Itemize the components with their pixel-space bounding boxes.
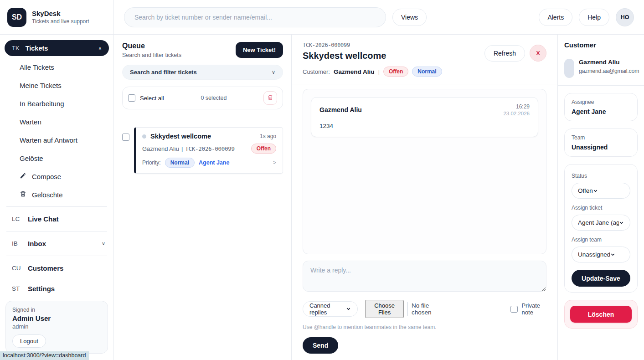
selected-count: 0 selected (164, 95, 263, 101)
customer-name: Gazmend Aliu (334, 68, 375, 75)
pencil-icon (20, 172, 26, 180)
sidebar-item-settings[interactable]: ST Settings (5, 278, 109, 296)
message-body: 1234 (319, 123, 530, 129)
sidebar-item-geloeschte[interactable]: Gelöschte (5, 185, 109, 204)
tickets-icon: TK (12, 45, 20, 51)
assign-ticket-select[interactable]: Agent Jane (ag (572, 215, 630, 231)
divider (6, 206, 107, 207)
signed-in-label: Signed in (12, 307, 101, 313)
ticket-detail-header: TCK-2026-000099 Skkydest wellcome Custom… (292, 35, 557, 84)
chevron-up-icon: ∧ (98, 46, 102, 51)
signed-in-name: Admin User (12, 314, 101, 322)
trash-icon (20, 190, 26, 199)
delete-ticket-button[interactable]: Löschen (570, 306, 632, 323)
team-value: Unassigned (572, 144, 630, 151)
assign-team-select[interactable]: Unassigned (572, 247, 630, 262)
assign-team-label: Assign team (572, 237, 630, 243)
divider (6, 256, 107, 256)
sidebar-item-alle-tickets[interactable]: Alle Tickets (5, 58, 109, 76)
sidebar-item-customers[interactable]: CU Customers (5, 258, 109, 278)
chevron-down-icon (619, 219, 624, 226)
sidebar-item-compose[interactable]: Compose (5, 167, 109, 185)
ticket-detail-panel: TCK-2026-000099 Skkydest wellcome Custom… (292, 35, 557, 360)
ticket-customer: Gazmend Aliu (142, 145, 179, 152)
message-author: Gazmend Aliu (319, 106, 362, 116)
assignee-value: Agent Jane (572, 108, 630, 115)
chevron-down-icon: ∨ (102, 241, 105, 247)
inbox-icon: IB (12, 240, 22, 247)
queue-panel: Queue Search and filter tickets New Tick… (114, 35, 292, 360)
browser-status-tooltip: localhost:3000/?view=dashboard (0, 351, 89, 360)
ticket-list-item[interactable]: Skkydest wellcome 1s ago Gazmend Aliu | … (134, 127, 283, 174)
divider (6, 231, 107, 231)
assignee-label: Assignee (572, 99, 630, 105)
private-note-control: Private note (510, 302, 546, 316)
help-button[interactable]: Help (579, 9, 609, 26)
close-ticket-button[interactable]: X (530, 45, 546, 62)
private-note-label: Private note (522, 302, 546, 316)
ticket-list-item-row: Skkydest wellcome 1s ago Gazmend Aliu | … (122, 127, 283, 174)
logout-button[interactable]: Logout (12, 334, 46, 348)
priority-label: Priority: (142, 159, 161, 166)
customer-label: Customer: (303, 68, 330, 75)
attachment-file-input: Choose Files No file chosen (365, 300, 443, 318)
separator: | (378, 68, 379, 75)
send-button[interactable]: Send (303, 337, 338, 354)
status-label: Status (572, 173, 630, 179)
sidebar-item-live-chat[interactable]: LC Live Chat (5, 209, 109, 229)
sidebar-item-inbox[interactable]: IB Inbox ∨ (5, 233, 109, 254)
refresh-button[interactable]: Refresh (484, 45, 525, 62)
customer-name: Gazmend Aliu (579, 59, 639, 66)
select-all-bar: Select all 0 selected (122, 87, 283, 109)
sidebar-item-geloeste[interactable]: Gelöste (5, 149, 109, 167)
queue-title: Queue (122, 42, 181, 50)
canned-replies-select[interactable]: Canned replies (303, 301, 358, 317)
views-button[interactable]: Views (392, 9, 427, 26)
mention-hint: Use @handle to mention teammates in the … (303, 324, 546, 330)
live-chat-icon: LC (12, 216, 22, 222)
select-all-checkbox[interactable] (128, 94, 135, 102)
message-date: 23.02.2026 (503, 111, 530, 116)
user-avatar[interactable]: HO (616, 8, 634, 26)
new-ticket-button[interactable]: New Ticket! (236, 42, 283, 58)
sidebar-item-meine-tickets[interactable]: Meine Tickets (5, 76, 109, 94)
sidebar-item-warten[interactable]: Warten (5, 113, 109, 131)
chevron-down-icon (346, 306, 351, 313)
assign-ticket-label: Assign ticket (572, 205, 630, 211)
content-row: Queue Search and filter tickets New Tick… (114, 35, 644, 360)
chevron-down-icon (610, 251, 615, 258)
message-time: 16:29 (503, 103, 530, 110)
assigned-agent-link[interactable]: Agent Jane (199, 159, 229, 166)
chevron-down-icon: ∨ (272, 69, 275, 75)
divider (558, 85, 644, 86)
sidebar: SD SkyDesk Tickets and live support TK T… (0, 0, 114, 360)
unread-dot-icon (142, 134, 146, 139)
reply-composer: Canned replies Choose Files No file chos… (292, 254, 557, 360)
queue-filter-dropdown[interactable]: Search and filter tickets ∨ (122, 65, 283, 80)
global-search-input[interactable] (124, 7, 386, 27)
priority-badge: Normal (165, 158, 195, 168)
update-save-button[interactable]: Update-Save (572, 270, 630, 287)
bulk-delete-button[interactable] (263, 91, 277, 105)
separator: | (181, 145, 183, 152)
chevron-right-icon: > (273, 159, 276, 166)
ticket-checkbox[interactable] (122, 134, 129, 141)
app-root: SD SkyDesk Tickets and live support TK T… (0, 0, 644, 360)
customers-icon: CU (12, 265, 22, 272)
priority-badge: Normal (412, 67, 442, 77)
no-file-chosen-text: No file chosen (407, 302, 443, 316)
sidebar-nav: TK Tickets ∧ Alle Tickets Meine Tickets … (0, 35, 113, 296)
customer-profile: Gazmend Aliu gazmend.aa@gmail.com (564, 59, 638, 78)
reply-textarea[interactable] (303, 261, 546, 292)
sidebar-item-in-bearbeitung[interactable]: In Bearbeitung (5, 94, 109, 113)
alerts-button[interactable]: Alerts (539, 9, 572, 26)
sidebar-item-warten-auf-antwort[interactable]: Warten auf Antwort (5, 131, 109, 149)
assignee-card: Assignee Agent Jane (564, 93, 638, 121)
sidebar-item-tickets[interactable]: TK Tickets ∧ (5, 40, 109, 56)
private-note-checkbox[interactable] (510, 306, 518, 313)
choose-files-button[interactable]: Choose Files (365, 300, 404, 318)
signed-in-role: admin (12, 323, 101, 330)
status-select[interactable]: Offen (572, 183, 630, 199)
message-thread[interactable]: Gazmend Aliu 16:29 23.02.2026 1234 (303, 89, 546, 254)
status-badge: Offen (251, 144, 276, 154)
